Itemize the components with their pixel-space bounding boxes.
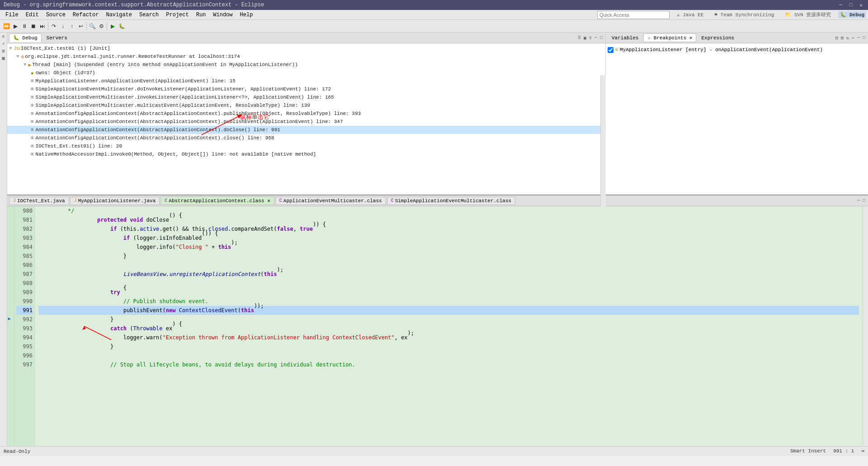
tab-ioctest[interactable]: J IOCTest_Ext.java: [9, 197, 69, 205]
menu-project[interactable]: Project: [162, 11, 192, 19]
tree-row[interactable]: ≡ AnnotationConfigApplicationContext(Abs…: [7, 134, 605, 142]
tree-row[interactable]: ◆ owns: Object (id=37): [7, 69, 605, 77]
bp-checkbox[interactable]: [608, 47, 613, 53]
debug-tree-content[interactable]: ▼ Ju IOCTest_Ext.test01 (1) [JUnit] ▼ ⚙ …: [7, 43, 605, 195]
code-line: protected void doClose() {: [38, 215, 859, 224]
toolbar-btn-1[interactable]: ⏩: [2, 22, 11, 31]
team-sync-persp[interactable]: ⚑ Team Synchronizing: [711, 11, 778, 19]
status-position: 991 : 1: [833, 448, 854, 454]
window-title: Debug - org.springframework.context.supp…: [4, 2, 264, 8]
debug-persp[interactable]: 🐛 Debug: [838, 11, 866, 18]
tree-row[interactable]: ≡ NativeMethodAccessorImpl.invoke0(Metho…: [7, 150, 605, 158]
tree-row[interactable]: ▼ ▶ Thread [main] (Suspended (entry into…: [7, 61, 605, 69]
tree-row[interactable]: ≡ SimpleApplicationEventMulticaster.mult…: [7, 101, 605, 109]
toolbar-run-btn[interactable]: ▶: [108, 22, 117, 31]
left-icon-1[interactable]: ≡: [0, 34, 7, 39]
code-left-margin: ➤: [7, 206, 14, 451]
toolbar-btn-2[interactable]: ▶: [11, 22, 20, 31]
tab-myapp[interactable]: J MyApplicationListener.java: [70, 197, 160, 205]
bp-icon-max[interactable]: □: [862, 35, 866, 41]
tree-row[interactable]: ≡ IOCTest_Ext.test01() line: 20: [7, 142, 605, 150]
menu-run[interactable]: Run: [193, 11, 210, 19]
toolbar-separator-1: [48, 22, 48, 30]
tab-servers[interactable]: Servers: [42, 34, 71, 42]
code-line: [38, 351, 859, 360]
menu-search[interactable]: Search: [136, 11, 162, 19]
editor-icon-min[interactable]: ─: [856, 198, 861, 203]
tree-row[interactable]: ▼ ⚙ org.eclipse.jdt.internal.junit.runne…: [7, 52, 605, 61]
quick-access-input[interactable]: [597, 11, 670, 19]
tab-abstract-ctx[interactable]: C AbstractApplicationContext.class ✕: [160, 196, 274, 205]
status-readonly: Read-Only: [4, 449, 30, 454]
editor-icon-max[interactable]: □: [862, 198, 866, 203]
line-num: 991: [16, 306, 33, 315]
toolbar-btn-3[interactable]: ⏸: [20, 22, 29, 31]
toolbar-btn-11[interactable]: ⚙: [97, 22, 106, 31]
bp-icon-4[interactable]: ⋯: [851, 35, 855, 41]
tree-row[interactable]: ▼ Ju IOCTest_Ext.test01 (1) [JUnit]: [7, 44, 605, 52]
menu-window[interactable]: Window: [209, 11, 236, 19]
tree-row[interactable]: ≡ AnnotationConfigApplicationContext(Abs…: [7, 109, 605, 118]
toolbar-btn-8[interactable]: ↑: [67, 22, 76, 31]
main-layout: ≡ ⚡ ⊞ ▦ 🐛 Debug Servers ⧖ ▣ ▽: [0, 33, 868, 456]
bp-panel-icons: ⊟ ⊞ ↻ ⋯ ─ □: [835, 35, 866, 41]
toolbar-debug-btn[interactable]: 🐛: [117, 22, 126, 31]
panel-icon-filter[interactable]: ⧖: [577, 35, 582, 41]
menu-help[interactable]: Help: [236, 11, 257, 19]
tree-row[interactable]: ≡ MyApplicationListener.onApplicationEve…: [7, 77, 605, 85]
tab-breakpoints[interactable]: ☆ Breakpoints ✕: [643, 33, 696, 42]
maximize-button[interactable]: □: [848, 2, 854, 8]
bp-icon-2[interactable]: ⊞: [840, 35, 844, 41]
tab-variables[interactable]: Variables: [608, 34, 642, 42]
tree-row[interactable]: ≡ SimpleApplicationEventMulticaster.doIn…: [7, 85, 605, 93]
panel-icon-menu[interactable]: ▽: [588, 35, 593, 41]
tree-row[interactable]: ≡ AnnotationConfigApplicationContext(Abs…: [7, 118, 605, 126]
minimize-button[interactable]: ─: [837, 2, 844, 8]
tab-simple-multicaster[interactable]: C SimpleApplicationEventMulticaster.clas…: [387, 197, 515, 205]
left-icon-2[interactable]: ⚡: [0, 41, 7, 47]
var-bp-panel: Variables ☆ Breakpoints ✕ Expressions ⊟ …: [606, 33, 868, 195]
menu-file[interactable]: File: [2, 11, 22, 19]
tab-expressions[interactable]: Expressions: [697, 34, 738, 42]
toolbar-btn-4[interactable]: ⏹: [29, 22, 38, 31]
toolbar-btn-6[interactable]: ↷: [49, 22, 58, 31]
bp-icon-3[interactable]: ↻: [845, 35, 850, 41]
menu-navigate[interactable]: Navigate: [102, 11, 136, 19]
window-controls[interactable]: ─ □ ✕: [837, 2, 864, 8]
debug-tree-area: 🐛 Debug Servers ⧖ ▣ ▽ ─ □ ▼: [7, 33, 606, 195]
menu-refactor[interactable]: Refactor: [69, 11, 103, 19]
menu-bar: File Edit Source Refactor Navigate Searc…: [0, 10, 868, 20]
left-icon-4[interactable]: ▦: [0, 56, 7, 61]
title-bar: Debug - org.springframework.context.supp…: [0, 0, 868, 10]
toolbar-btn-10[interactable]: 🔍: [88, 22, 97, 31]
debug-servers-panel: 🐛 Debug Servers ⧖ ▣ ▽ ─ □ ▼: [7, 33, 868, 195]
menu-source[interactable]: Source: [42, 11, 69, 19]
code-line: if (this.active.get() && this.closed.com…: [38, 224, 859, 233]
line-num: 996: [16, 351, 33, 360]
tab-debug[interactable]: 🐛 Debug: [9, 33, 42, 42]
breakpoint-item[interactable]: ⚙ MyApplicationListener [entry] - onAppl…: [608, 45, 866, 54]
code-line-991[interactable]: publishEvent(new ContextClosedEvent(this…: [38, 306, 859, 315]
left-icon-3[interactable]: ⊞: [0, 48, 7, 54]
panel-icon-view[interactable]: ▣: [583, 35, 587, 41]
tab-label: ApplicationEventMulticaster.class: [283, 198, 382, 204]
bp-icon-min[interactable]: ─: [856, 35, 861, 41]
panel-icon-max[interactable]: □: [599, 35, 604, 41]
code-editor[interactable]: ➤ 980 981 982 983 984 985 986 987 988 98…: [7, 206, 868, 451]
debug-panel-icons: ⧖ ▣ ▽ ─ □: [577, 35, 604, 41]
close-button[interactable]: ✕: [858, 2, 864, 8]
toolbar-btn-9[interactable]: ↩: [76, 22, 85, 31]
tree-row[interactable]: ≡ SimpleApplicationEventMulticaster.invo…: [7, 93, 605, 101]
menu-edit[interactable]: Edit: [22, 11, 42, 19]
code-scrollbar-right[interactable]: [863, 206, 868, 451]
bp-icon-1[interactable]: ⊟: [835, 35, 839, 41]
svn-persp[interactable]: 📁 SVN 资源库研究: [781, 10, 835, 19]
code-line: if (logger.isInfoEnabled()) {: [38, 233, 859, 243]
toolbar-btn-5[interactable]: ⏭: [38, 22, 47, 31]
tab-app-event[interactable]: C ApplicationEventMulticaster.class: [275, 197, 386, 205]
code-content[interactable]: */ protected void doClose() { if (this.a…: [35, 206, 863, 451]
java-ee-persp[interactable]: ☕ Java EE: [673, 11, 707, 19]
tree-row-highlighted[interactable]: ≡ AnnotationConfigApplicationContext(Abs…: [7, 126, 605, 134]
toolbar-btn-7[interactable]: ↓: [58, 22, 67, 31]
panel-icon-min[interactable]: ─: [594, 35, 598, 41]
